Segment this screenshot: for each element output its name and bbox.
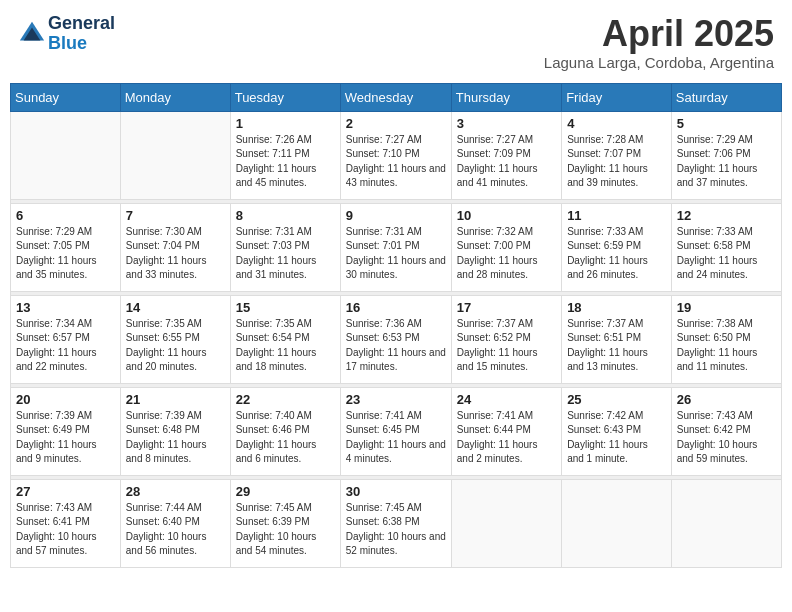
day-info: Sunrise: 7:44 AMSunset: 6:40 PMDaylight:… <box>126 501 225 559</box>
calendar-cell: 4Sunrise: 7:28 AMSunset: 7:07 PMDaylight… <box>562 111 672 199</box>
day-info: Sunrise: 7:43 AMSunset: 6:41 PMDaylight:… <box>16 501 115 559</box>
calendar-cell: 29Sunrise: 7:45 AMSunset: 6:39 PMDayligh… <box>230 479 340 567</box>
day-info: Sunrise: 7:41 AMSunset: 6:44 PMDaylight:… <box>457 409 556 467</box>
calendar-cell: 19Sunrise: 7:38 AMSunset: 6:50 PMDayligh… <box>671 295 781 383</box>
calendar-cell: 5Sunrise: 7:29 AMSunset: 7:06 PMDaylight… <box>671 111 781 199</box>
day-info: Sunrise: 7:43 AMSunset: 6:42 PMDaylight:… <box>677 409 776 467</box>
calendar-cell: 2Sunrise: 7:27 AMSunset: 7:10 PMDaylight… <box>340 111 451 199</box>
calendar-cell <box>562 479 672 567</box>
day-info: Sunrise: 7:38 AMSunset: 6:50 PMDaylight:… <box>677 317 776 375</box>
day-info: Sunrise: 7:39 AMSunset: 6:48 PMDaylight:… <box>126 409 225 467</box>
day-info: Sunrise: 7:37 AMSunset: 6:52 PMDaylight:… <box>457 317 556 375</box>
day-number: 11 <box>567 208 666 223</box>
calendar-cell: 26Sunrise: 7:43 AMSunset: 6:42 PMDayligh… <box>671 387 781 475</box>
col-header-saturday: Saturday <box>671 83 781 111</box>
calendar-cell <box>671 479 781 567</box>
day-number: 17 <box>457 300 556 315</box>
day-info: Sunrise: 7:39 AMSunset: 6:49 PMDaylight:… <box>16 409 115 467</box>
day-info: Sunrise: 7:45 AMSunset: 6:39 PMDaylight:… <box>236 501 335 559</box>
day-number: 20 <box>16 392 115 407</box>
day-info: Sunrise: 7:28 AMSunset: 7:07 PMDaylight:… <box>567 133 666 191</box>
calendar-week-row: 20Sunrise: 7:39 AMSunset: 6:49 PMDayligh… <box>11 387 782 475</box>
day-info: Sunrise: 7:27 AMSunset: 7:09 PMDaylight:… <box>457 133 556 191</box>
calendar-week-row: 27Sunrise: 7:43 AMSunset: 6:41 PMDayligh… <box>11 479 782 567</box>
day-number: 30 <box>346 484 446 499</box>
calendar-week-row: 1Sunrise: 7:26 AMSunset: 7:11 PMDaylight… <box>11 111 782 199</box>
day-info: Sunrise: 7:37 AMSunset: 6:51 PMDaylight:… <box>567 317 666 375</box>
calendar-cell: 16Sunrise: 7:36 AMSunset: 6:53 PMDayligh… <box>340 295 451 383</box>
calendar-cell: 9Sunrise: 7:31 AMSunset: 7:01 PMDaylight… <box>340 203 451 291</box>
day-number: 9 <box>346 208 446 223</box>
day-number: 4 <box>567 116 666 131</box>
day-info: Sunrise: 7:35 AMSunset: 6:55 PMDaylight:… <box>126 317 225 375</box>
calendar-cell <box>120 111 230 199</box>
calendar-cell: 3Sunrise: 7:27 AMSunset: 7:09 PMDaylight… <box>451 111 561 199</box>
day-info: Sunrise: 7:35 AMSunset: 6:54 PMDaylight:… <box>236 317 335 375</box>
day-info: Sunrise: 7:33 AMSunset: 6:59 PMDaylight:… <box>567 225 666 283</box>
calendar-cell: 7Sunrise: 7:30 AMSunset: 7:04 PMDaylight… <box>120 203 230 291</box>
calendar-cell: 13Sunrise: 7:34 AMSunset: 6:57 PMDayligh… <box>11 295 121 383</box>
logo: General Blue <box>18 14 115 54</box>
calendar-cell: 23Sunrise: 7:41 AMSunset: 6:45 PMDayligh… <box>340 387 451 475</box>
day-number: 12 <box>677 208 776 223</box>
day-info: Sunrise: 7:32 AMSunset: 7:00 PMDaylight:… <box>457 225 556 283</box>
day-info: Sunrise: 7:42 AMSunset: 6:43 PMDaylight:… <box>567 409 666 467</box>
day-number: 27 <box>16 484 115 499</box>
day-info: Sunrise: 7:31 AMSunset: 7:03 PMDaylight:… <box>236 225 335 283</box>
calendar-cell: 17Sunrise: 7:37 AMSunset: 6:52 PMDayligh… <box>451 295 561 383</box>
logo-line2: Blue <box>48 34 115 54</box>
day-number: 16 <box>346 300 446 315</box>
calendar-cell <box>451 479 561 567</box>
day-number: 24 <box>457 392 556 407</box>
day-number: 15 <box>236 300 335 315</box>
day-number: 2 <box>346 116 446 131</box>
calendar-cell: 21Sunrise: 7:39 AMSunset: 6:48 PMDayligh… <box>120 387 230 475</box>
day-number: 18 <box>567 300 666 315</box>
calendar-cell: 10Sunrise: 7:32 AMSunset: 7:00 PMDayligh… <box>451 203 561 291</box>
logo-line1: General <box>48 14 115 34</box>
header: General Blue April 2025 Laguna Larga, Co… <box>10 10 782 75</box>
col-header-wednesday: Wednesday <box>340 83 451 111</box>
col-header-sunday: Sunday <box>11 83 121 111</box>
day-number: 19 <box>677 300 776 315</box>
calendar: SundayMondayTuesdayWednesdayThursdayFrid… <box>10 83 782 568</box>
day-number: 29 <box>236 484 335 499</box>
day-info: Sunrise: 7:27 AMSunset: 7:10 PMDaylight:… <box>346 133 446 191</box>
col-header-thursday: Thursday <box>451 83 561 111</box>
calendar-header-row: SundayMondayTuesdayWednesdayThursdayFrid… <box>11 83 782 111</box>
day-number: 7 <box>126 208 225 223</box>
calendar-cell: 20Sunrise: 7:39 AMSunset: 6:49 PMDayligh… <box>11 387 121 475</box>
day-info: Sunrise: 7:41 AMSunset: 6:45 PMDaylight:… <box>346 409 446 467</box>
calendar-week-row: 13Sunrise: 7:34 AMSunset: 6:57 PMDayligh… <box>11 295 782 383</box>
location: Laguna Larga, Cordoba, Argentina <box>544 54 774 71</box>
calendar-cell: 12Sunrise: 7:33 AMSunset: 6:58 PMDayligh… <box>671 203 781 291</box>
day-number: 28 <box>126 484 225 499</box>
calendar-cell: 27Sunrise: 7:43 AMSunset: 6:41 PMDayligh… <box>11 479 121 567</box>
day-number: 10 <box>457 208 556 223</box>
calendar-cell: 6Sunrise: 7:29 AMSunset: 7:05 PMDaylight… <box>11 203 121 291</box>
day-number: 6 <box>16 208 115 223</box>
col-header-monday: Monday <box>120 83 230 111</box>
day-info: Sunrise: 7:33 AMSunset: 6:58 PMDaylight:… <box>677 225 776 283</box>
day-number: 5 <box>677 116 776 131</box>
calendar-cell <box>11 111 121 199</box>
day-info: Sunrise: 7:36 AMSunset: 6:53 PMDaylight:… <box>346 317 446 375</box>
day-number: 8 <box>236 208 335 223</box>
day-info: Sunrise: 7:29 AMSunset: 7:05 PMDaylight:… <box>16 225 115 283</box>
day-number: 25 <box>567 392 666 407</box>
day-number: 1 <box>236 116 335 131</box>
day-info: Sunrise: 7:30 AMSunset: 7:04 PMDaylight:… <box>126 225 225 283</box>
calendar-week-row: 6Sunrise: 7:29 AMSunset: 7:05 PMDaylight… <box>11 203 782 291</box>
col-header-tuesday: Tuesday <box>230 83 340 111</box>
day-info: Sunrise: 7:40 AMSunset: 6:46 PMDaylight:… <box>236 409 335 467</box>
day-number: 3 <box>457 116 556 131</box>
calendar-cell: 11Sunrise: 7:33 AMSunset: 6:59 PMDayligh… <box>562 203 672 291</box>
calendar-cell: 15Sunrise: 7:35 AMSunset: 6:54 PMDayligh… <box>230 295 340 383</box>
day-number: 13 <box>16 300 115 315</box>
calendar-cell: 8Sunrise: 7:31 AMSunset: 7:03 PMDaylight… <box>230 203 340 291</box>
calendar-cell: 22Sunrise: 7:40 AMSunset: 6:46 PMDayligh… <box>230 387 340 475</box>
day-info: Sunrise: 7:29 AMSunset: 7:06 PMDaylight:… <box>677 133 776 191</box>
calendar-cell: 1Sunrise: 7:26 AMSunset: 7:11 PMDaylight… <box>230 111 340 199</box>
day-info: Sunrise: 7:31 AMSunset: 7:01 PMDaylight:… <box>346 225 446 283</box>
day-number: 14 <box>126 300 225 315</box>
